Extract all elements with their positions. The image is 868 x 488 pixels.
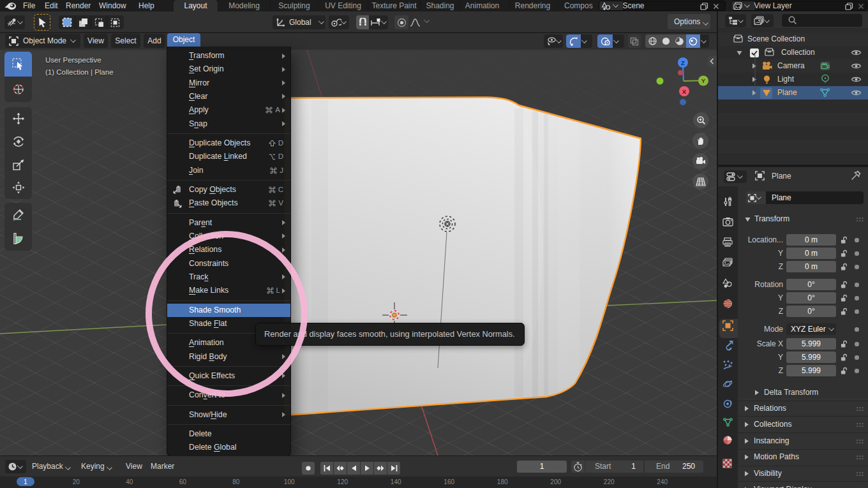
svg-text:X: X xyxy=(682,88,687,95)
svg-text:Z: Z xyxy=(681,59,685,66)
svg-text:Y: Y xyxy=(701,77,706,84)
